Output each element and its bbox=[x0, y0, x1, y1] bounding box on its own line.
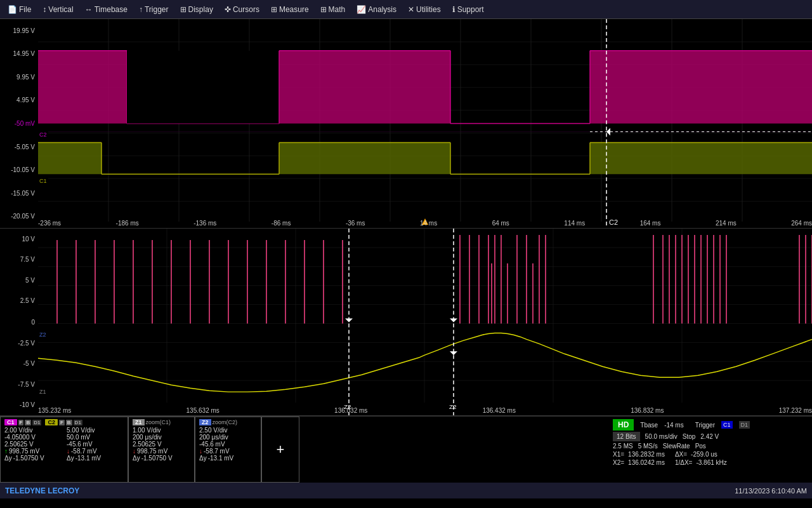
menu-bar: 📄 File ↕ Vertical ↔ Timebase ↑ Trigger ⊞… bbox=[0, 0, 812, 19]
lower-time-0: 135.232 ms bbox=[38, 407, 71, 414]
c1-val1: 2.50625 V bbox=[4, 441, 34, 448]
c2-arrow: ↓ bbox=[67, 448, 70, 455]
support-icon: ℹ bbox=[452, 5, 455, 14]
lower-time-4: 136.832 ms bbox=[631, 407, 664, 414]
y-label-lower-2: 5 V bbox=[0, 277, 37, 284]
svg-marker-46 bbox=[606, 128, 610, 135]
menu-display-label: Display bbox=[188, 5, 213, 14]
sample-rate: 50.0 ms/div bbox=[645, 433, 678, 440]
menu-utilities[interactable]: ✕ Utilities bbox=[403, 3, 446, 16]
y-label-upper-3: 4.95 V bbox=[0, 97, 37, 104]
slew-label: SlewRate bbox=[663, 443, 690, 450]
stop-val: 2.42 V bbox=[700, 433, 719, 440]
c2-b-badge: B bbox=[66, 420, 72, 425]
y-label-lower-5: -2.5 V bbox=[0, 340, 37, 347]
lower-waveform-svg: Z2 Z2 bbox=[38, 229, 812, 415]
menu-cursors[interactable]: ✜ Cursors bbox=[219, 3, 265, 16]
lower-time-2: 136.032 ms bbox=[334, 407, 367, 414]
x2-label: X2= bbox=[613, 459, 624, 466]
trigger-icon: ↑ bbox=[139, 5, 143, 14]
c2-offset: 50.0 mV bbox=[67, 434, 124, 441]
c1-channel-label: C1 bbox=[38, 178, 48, 184]
menu-measure[interactable]: ⊞ Measure bbox=[266, 3, 314, 16]
menu-support[interactable]: ℹ Support bbox=[447, 3, 489, 16]
z2-badge: Z2 bbox=[199, 419, 211, 425]
x2-val: 136.0242 ms bbox=[628, 459, 665, 466]
dx-val: -259.0 us bbox=[691, 451, 717, 458]
z2-channel-label-left: Z2 bbox=[38, 331, 48, 338]
time-label-1: -186 ms bbox=[116, 220, 139, 227]
menu-vertical-label: Vertical bbox=[48, 5, 73, 14]
ms-val: 2.5 MS bbox=[613, 443, 633, 450]
menu-timebase[interactable]: ↔ Timebase bbox=[80, 3, 133, 16]
menu-cursors-label: Cursors bbox=[233, 5, 259, 14]
menu-vertical[interactable]: ↕ Vertical bbox=[37, 3, 78, 16]
c2-val1: -45.6 mV bbox=[67, 441, 124, 448]
menu-trigger[interactable]: ↑ Trigger bbox=[134, 3, 174, 16]
c1-badge: C1 bbox=[4, 419, 17, 425]
upper-waveform-svg: C2 bbox=[38, 19, 812, 228]
y-label-upper-1: 14.95 V bbox=[0, 50, 37, 57]
svg-rect-31 bbox=[38, 142, 102, 174]
time-label-9: 214 ms bbox=[716, 220, 737, 227]
c1-vdiv: 2.00 V/div bbox=[4, 427, 62, 434]
display-icon: ⊞ bbox=[180, 5, 187, 14]
menu-file[interactable]: 📄 File bbox=[3, 3, 36, 16]
y-label-upper-2: 9.95 V bbox=[0, 74, 37, 81]
y-label-upper-8: -20.05 V bbox=[0, 213, 37, 220]
y-label-lower-4: 0 bbox=[0, 319, 37, 326]
lower-time-1: 135.632 ms bbox=[187, 407, 219, 414]
cursors-icon: ✜ bbox=[225, 5, 231, 14]
add-channel-button[interactable]: + bbox=[277, 441, 285, 458]
z1-val3: 998.75 mV bbox=[137, 448, 167, 455]
z1-dy-label: Δy bbox=[133, 455, 140, 462]
x1-label: X1= bbox=[613, 451, 624, 458]
z1-sub: zoom(C1) bbox=[146, 419, 171, 425]
file-icon: 📄 bbox=[8, 5, 17, 14]
z1-info-block: Z1 zoom(C1) 1.00 V/div 200 μs/div 2.5062… bbox=[128, 417, 195, 483]
z1-val1: 2.50625 V bbox=[133, 441, 190, 448]
c1-d1-badge: D1 bbox=[32, 420, 41, 425]
c2-val3: -58.7 mV bbox=[71, 448, 97, 455]
svg-marker-109 bbox=[450, 319, 457, 323]
y-label-lower-6: -5 V bbox=[0, 360, 37, 367]
z2-val1: -45.6 mV bbox=[199, 441, 257, 448]
svg-rect-28 bbox=[590, 51, 812, 124]
upper-waveform: 19.95 V 14.95 V 9.95 V 4.95 V -50 mV -5.… bbox=[0, 19, 812, 229]
y-label-upper-5: -5.05 V bbox=[0, 144, 37, 150]
menu-trigger-label: Trigger bbox=[145, 5, 169, 14]
time-label-5: 14 ms bbox=[420, 220, 437, 227]
c2-dy-val: -13.1 mV bbox=[75, 455, 102, 462]
hd-badge: HD bbox=[613, 419, 634, 431]
inv-dx-label: 1/ΔX= bbox=[675, 459, 693, 466]
z2-vdiv: 2.50 V/div bbox=[199, 427, 257, 434]
bits-badge: 12 Bits bbox=[613, 432, 640, 441]
c2-channel-label: C2 bbox=[38, 131, 48, 138]
menu-analysis[interactable]: 📈 Analysis bbox=[351, 3, 402, 16]
z1-channel-label: Z1 bbox=[38, 389, 48, 395]
time-label-6: 64 ms bbox=[492, 220, 509, 227]
slew-val: Pos bbox=[695, 443, 706, 450]
c1-info-block: C1 F B D1 C2 F B D1 2.00 V/div -4.05000 … bbox=[0, 417, 128, 483]
menu-file-label: File bbox=[19, 5, 31, 14]
menu-display[interactable]: ⊞ Display bbox=[175, 3, 218, 16]
menu-measure-label: Measure bbox=[279, 5, 309, 14]
c1-dy-label: Δy bbox=[4, 455, 12, 462]
menu-support-label: Support bbox=[457, 5, 484, 14]
svg-marker-108 bbox=[345, 319, 353, 323]
time-label-10: 264 ms bbox=[791, 220, 812, 227]
z2-dy-val: -13.1 mV bbox=[208, 455, 234, 462]
stop-label: Stop bbox=[683, 433, 696, 440]
brand-logo: TELEDYNE LECROY bbox=[5, 486, 79, 495]
svg-rect-35 bbox=[279, 142, 450, 174]
menu-math[interactable]: ⊞ Math bbox=[315, 3, 351, 16]
analysis-icon: 📈 bbox=[357, 5, 366, 14]
c1-fb-badge: F bbox=[18, 420, 24, 425]
y-label-lower-8: -10 V bbox=[0, 401, 37, 408]
c1-arrow: ↑ bbox=[4, 448, 8, 455]
utilities-icon: ✕ bbox=[408, 5, 414, 14]
c1-val3: 998.75 mV bbox=[9, 448, 39, 455]
ch1-trigger-badge: C1 bbox=[721, 421, 733, 429]
svg-rect-18 bbox=[38, 51, 127, 124]
y-label-lower-7: -7.5 V bbox=[0, 381, 37, 388]
